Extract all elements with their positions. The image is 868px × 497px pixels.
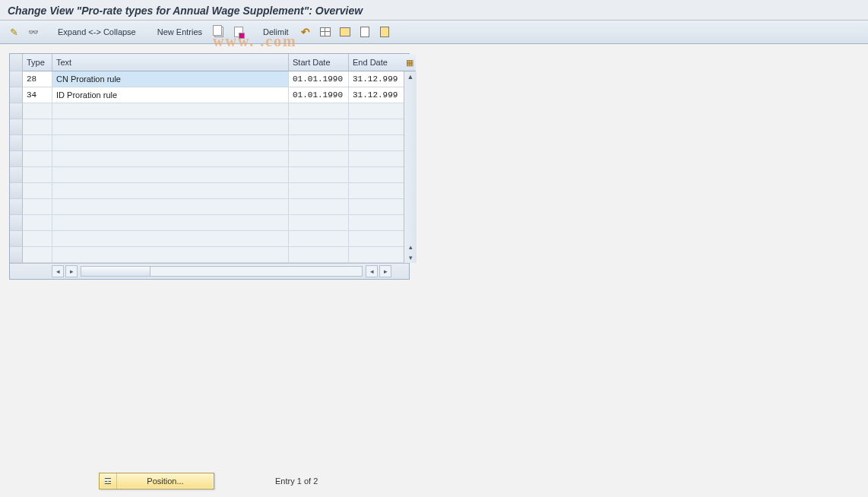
row-selector[interactable] bbox=[10, 151, 23, 167]
cell-type[interactable]: 34 bbox=[23, 87, 52, 103]
cell-text[interactable]: ID Proration rule bbox=[52, 87, 289, 103]
horizontal-scrollbar[interactable]: ◂ ▸ ◂ ▸ bbox=[10, 263, 409, 279]
scroll-up-icon[interactable]: ▲ bbox=[405, 71, 416, 82]
scroll-right-icon[interactable]: ◂ bbox=[366, 265, 378, 277]
content-area: Type Text Start Date End Date 28 CN Pror… bbox=[0, 44, 868, 495]
scroll-track[interactable] bbox=[81, 266, 363, 277]
row-selector[interactable] bbox=[10, 119, 23, 135]
print-icon[interactable] bbox=[377, 24, 392, 40]
table-row-empty[interactable] bbox=[10, 215, 404, 231]
table-row-empty[interactable] bbox=[10, 199, 404, 215]
vertical-scrollbar[interactable]: ▲ ▴ ▾ bbox=[404, 71, 417, 263]
scroll-left-icon[interactable]: ▸ bbox=[65, 265, 78, 277]
scroll-down-small-icon[interactable]: ▴ bbox=[405, 242, 416, 252]
position-label: Position... bbox=[117, 476, 214, 486]
table-row-empty[interactable] bbox=[10, 167, 404, 183]
footer-bar: ☲ Position... Entry 1 of 2 bbox=[0, 473, 868, 489]
cell-type[interactable]: 28 bbox=[23, 71, 52, 87]
table-row-empty[interactable] bbox=[10, 103, 404, 119]
row-selector[interactable] bbox=[10, 215, 23, 231]
position-button[interactable]: ☲ Position... bbox=[99, 473, 214, 489]
table-row-empty[interactable] bbox=[10, 247, 404, 263]
table-row-empty[interactable] bbox=[10, 183, 404, 199]
new-entries-button[interactable]: New Entries bbox=[153, 26, 207, 38]
scroll-down-icon[interactable]: ▾ bbox=[405, 252, 416, 263]
table-row-empty[interactable] bbox=[10, 151, 404, 167]
row-selector[interactable] bbox=[10, 87, 23, 103]
application-toolbar: Expand <-> Collapse New Entries Delimit bbox=[0, 21, 868, 44]
configure-columns-icon[interactable] bbox=[404, 54, 416, 71]
copy-as-icon[interactable] bbox=[231, 24, 246, 40]
scroll-last-icon[interactable]: ▸ bbox=[379, 265, 391, 277]
toggle-display-change-icon[interactable] bbox=[6, 24, 21, 40]
cell-end-date[interactable]: 31.12.999 bbox=[349, 87, 404, 103]
expand-collapse-button[interactable]: Expand <-> Collapse bbox=[53, 26, 141, 38]
scroll-thumb[interactable] bbox=[81, 267, 150, 276]
row-selector[interactable] bbox=[10, 135, 23, 151]
deselect-all-icon[interactable] bbox=[357, 24, 372, 40]
select-block-icon[interactable] bbox=[337, 24, 353, 40]
row-selector[interactable] bbox=[10, 199, 23, 215]
column-header-end-date[interactable]: End Date bbox=[349, 54, 404, 71]
column-header-type[interactable]: Type bbox=[23, 54, 52, 71]
row-selector[interactable] bbox=[10, 183, 23, 199]
scroll-first-icon[interactable]: ◂ bbox=[52, 265, 64, 277]
table-row-empty[interactable] bbox=[10, 135, 404, 151]
delimit-button[interactable]: Delimit bbox=[258, 26, 293, 38]
table-row[interactable]: 34 ID Proration rule 01.01.1990 31.12.99… bbox=[10, 87, 404, 103]
row-selector[interactable] bbox=[10, 103, 23, 119]
table-row[interactable]: 28 CN Proration rule 01.01.1990 31.12.99… bbox=[10, 71, 404, 87]
cell-text[interactable]: CN Proration rule bbox=[52, 71, 289, 87]
table-row-empty[interactable] bbox=[10, 119, 404, 135]
cell-end-date[interactable]: 31.12.999 bbox=[349, 71, 404, 87]
row-selector[interactable] bbox=[10, 247, 23, 263]
row-selector[interactable] bbox=[10, 231, 23, 247]
cell-start-date[interactable]: 01.01.1990 bbox=[289, 71, 349, 87]
table-row-empty[interactable] bbox=[10, 231, 404, 247]
undo-icon[interactable] bbox=[298, 24, 313, 40]
page-title: Change View "Pro-rate types for Annual W… bbox=[0, 0, 868, 21]
select-all-icon[interactable] bbox=[318, 24, 333, 40]
row-selector[interactable] bbox=[10, 167, 23, 183]
position-icon: ☲ bbox=[100, 473, 117, 489]
copy-icon[interactable] bbox=[211, 24, 227, 40]
entry-status-text: Entry 1 of 2 bbox=[275, 476, 318, 486]
column-header-text[interactable]: Text bbox=[52, 54, 289, 71]
cell-start-date[interactable]: 01.01.1990 bbox=[289, 87, 349, 103]
column-header-start-date[interactable]: Start Date bbox=[289, 54, 349, 71]
data-grid: Type Text Start Date End Date 28 CN Pror… bbox=[9, 53, 410, 280]
row-selector[interactable] bbox=[10, 71, 23, 87]
select-all-rows-handle[interactable] bbox=[10, 54, 23, 71]
glasses-icon[interactable] bbox=[26, 24, 41, 40]
